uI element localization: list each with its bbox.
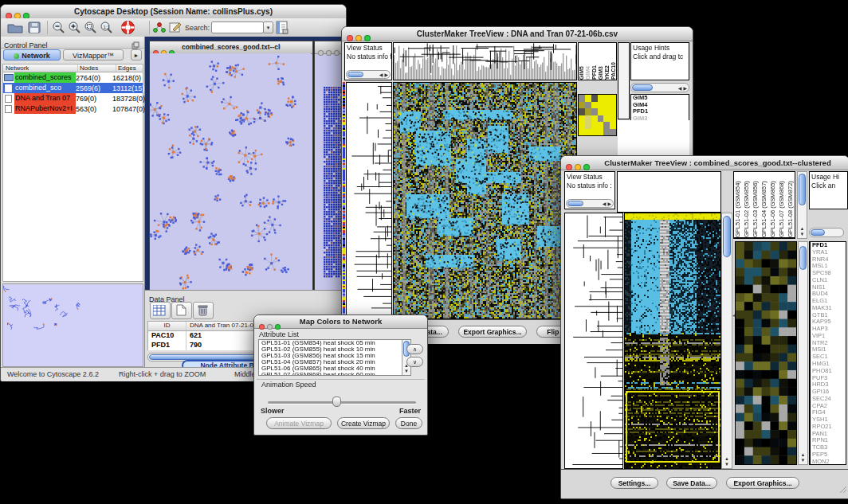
open-file-icon[interactable] — [7, 21, 23, 37]
settings-button[interactable]: Settings... — [610, 477, 658, 489]
zoom-in-icon[interactable] — [68, 21, 82, 37]
network-list-row[interactable]: DNA and Tran 07 769(0) 183728(0) — [3, 93, 143, 104]
view-status-hscrollbar[interactable]: ◀▶ — [566, 199, 614, 208]
scrollbar-thumb[interactable] — [723, 216, 731, 257]
tab-network[interactable]: Network — [3, 49, 61, 61]
scrollbar-thumb[interactable] — [799, 174, 806, 205]
treeview2-column-labels: GPL51-01 (GSM854)GPL51-02 (GSM855)GPL51-… — [733, 171, 795, 239]
close-icon[interactable] — [347, 35, 353, 41]
network-list-row[interactable]: combined_scores 2764(0) 16218(0) — [3, 72, 143, 83]
delete-attribute-trash-icon[interactable] — [193, 302, 214, 319]
treeview2-global-vscrollbar[interactable]: ▲▼ — [721, 213, 732, 469]
dialog-titlebar[interactable]: Map Colors to Network — [254, 315, 427, 329]
tab-overflow-arrow[interactable]: ► — [131, 49, 142, 61]
network-list-row[interactable]: combined_sco 2569(6) 13112(15) — [3, 83, 143, 93]
treeview2-column-dendrogram[interactable] — [617, 171, 721, 213]
matrix-cell — [585, 108, 591, 115]
column-label[interactable]: GPL51-02 (GSM855) — [743, 172, 752, 237]
gene-label[interactable]: MON2 — [811, 459, 846, 465]
network-overview-thumbnail[interactable] — [2, 283, 143, 367]
treeview1-zoom-matrix[interactable] — [578, 94, 617, 136]
close-icon[interactable] — [318, 50, 324, 56]
column-label[interactable]: GPL51-08 (GSM872) — [787, 172, 795, 237]
annotation-icon[interactable] — [169, 21, 182, 37]
minimize-icon[interactable] — [355, 35, 362, 41]
column-label[interactable]: GIM3 — [598, 66, 603, 80]
network-graph-canvas[interactable] — [150, 53, 311, 290]
treeview1-usage-hscrollbar[interactable]: ◀▶ — [630, 83, 689, 92]
export-graphics-button[interactable]: Export Graphics... — [458, 326, 527, 338]
network-list-row[interactable]: RNAPuberNov2+I 563(0) 107847(0) — [3, 104, 143, 114]
treeview1-vscroll-strip[interactable] — [618, 42, 630, 119]
column-label[interactable]: GPL51-01 (GSM854) — [734, 172, 743, 237]
column-label[interactable]: PAC10 — [610, 62, 616, 80]
move-up-button[interactable]: ∧ — [406, 344, 423, 354]
treeview1-column-dendrogram[interactable] — [393, 42, 577, 80]
tab-vizmapper[interactable]: VizMapper™ — [63, 49, 124, 61]
resize-grip-icon[interactable] — [839, 483, 847, 497]
column-label[interactable]: GPL51-07 (GSM868) — [778, 172, 787, 237]
column-label[interactable]: GPL51-04 (GSM857) — [760, 172, 769, 237]
minimize-icon[interactable] — [575, 164, 581, 170]
zoom-fit-icon[interactable]: 1:1 — [100, 21, 114, 37]
treeview2-usage-hscrollbar[interactable] — [809, 228, 844, 237]
treeview2-global-heatmap[interactable] — [624, 213, 721, 469]
column-label[interactable]: GIM4 — [585, 66, 591, 80]
report-icon[interactable] — [276, 21, 289, 37]
attribute-item[interactable]: GPL51-07 (GSM868) heat shock 60 min — [259, 372, 402, 376]
save-icon[interactable] — [28, 21, 41, 37]
zoom-icon[interactable] — [364, 35, 371, 41]
column-label[interactable]: GIM5 — [579, 66, 584, 80]
create-vizmap-button[interactable]: Create Vizmap — [337, 417, 390, 429]
close-icon[interactable] — [259, 324, 265, 330]
network-tool-icon[interactable] — [153, 21, 166, 37]
col-edges[interactable]: Edges — [116, 64, 143, 72]
zoom-icon[interactable] — [275, 324, 281, 330]
column-label[interactable]: GPL51-03 (GSM856) — [752, 172, 760, 237]
move-down-button[interactable]: ∨ — [406, 357, 423, 367]
table-tool-icon[interactable] — [150, 302, 171, 319]
search-dropdown[interactable]: ▾ — [263, 21, 273, 33]
treeview2-titlebar[interactable]: ClusterMaker TreeView : combined_scores_… — [561, 156, 848, 170]
help-lifesaver-icon[interactable] — [120, 20, 135, 38]
treeview2-row-dendrogram[interactable] — [564, 213, 623, 469]
column-label[interactable]: PFD1 — [591, 65, 597, 80]
id-column-header[interactable]: ID — [148, 322, 186, 330]
close-icon[interactable] — [566, 164, 572, 170]
speed-slider-track[interactable] — [268, 401, 416, 404]
treeview2-labels-vscrollbar[interactable]: ▲▼ — [797, 171, 807, 239]
done-button[interactable]: Done — [395, 417, 422, 429]
view-status-hscrollbar[interactable]: ◀▶ — [346, 70, 391, 79]
control-panel: Control Panel Network VizMapper™ ► Netwo… — [1, 37, 145, 367]
new-attribute-icon[interactable] — [171, 302, 192, 319]
row-dendrogram-canvas — [565, 213, 622, 468]
scrollbar-thumb[interactable] — [811, 229, 825, 236]
scrollbar-thumb[interactable] — [799, 246, 807, 270]
treeview2-zoom-vscrollbar[interactable]: ▲▼ — [798, 241, 808, 465]
attribute-listbox[interactable]: GPL51-01 (GSM854) heat shock 05 minGPL51… — [258, 339, 411, 376]
zoom-selected-icon[interactable] — [84, 21, 98, 37]
treeview2-zoom-heatmap[interactable] — [735, 241, 797, 465]
col-network[interactable]: Network — [3, 64, 78, 72]
treeview1-row-dendrogram[interactable] — [346, 82, 392, 319]
column-label[interactable]: GPL51-06 (GSM865) — [769, 172, 778, 237]
speed-slider-thumb[interactable] — [332, 397, 341, 407]
network-view-titlebar[interactable]: combined_scores_good.txt--cluste... — [150, 41, 312, 54]
zoom-icon[interactable] — [334, 50, 340, 56]
main-titlebar[interactable]: Cytoscape Desktop (Session Name: collins… — [1, 5, 346, 19]
scrollbar-thumb[interactable] — [632, 84, 653, 91]
export-graphics-button[interactable]: Export Graphics... — [726, 477, 799, 489]
save-data-button[interactable]: Save Data... — [666, 477, 717, 489]
treeview1-heatmap[interactable] — [393, 82, 577, 319]
minimize-icon[interactable] — [326, 50, 332, 56]
col-nodes[interactable]: Nodes — [78, 64, 116, 72]
scrollbar-thumb[interactable] — [347, 72, 363, 77]
scrollbar-thumb[interactable] — [567, 201, 583, 206]
zoom-out-icon[interactable] — [52, 21, 66, 37]
child-window-controls-inactive[interactable] — [318, 45, 342, 59]
search-input[interactable] — [211, 21, 264, 33]
treeview1-titlebar[interactable]: ClusterMaker TreeView : DNA and Tran 07-… — [342, 27, 693, 41]
minimize-icon[interactable] — [267, 324, 273, 330]
animate-vizmap-button[interactable]: Animate Vizmap — [266, 417, 332, 429]
column-label[interactable]: YKE2 — [604, 65, 610, 80]
